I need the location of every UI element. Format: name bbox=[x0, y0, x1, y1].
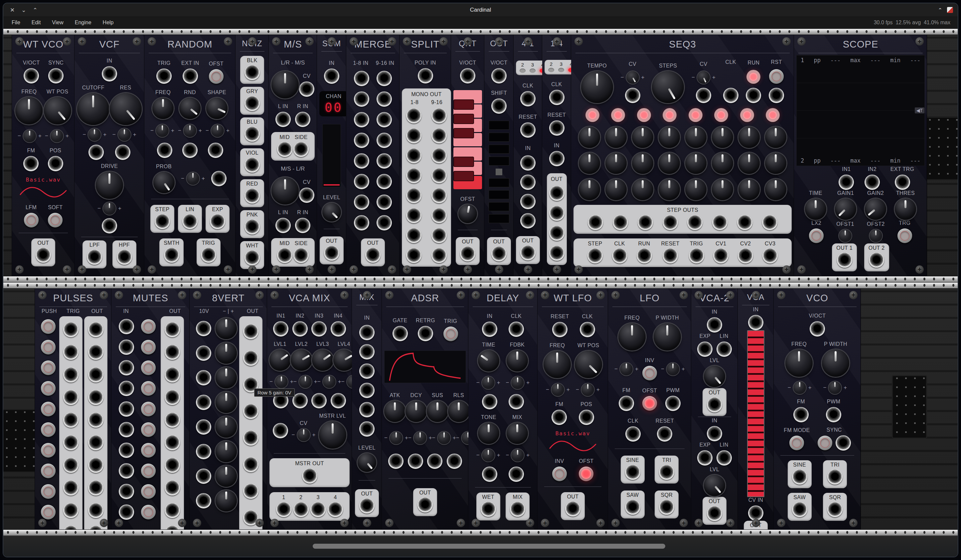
octave-selector-handle[interactable] bbox=[496, 168, 502, 175]
port-trig[interactable] bbox=[156, 69, 172, 84]
port-blu[interactable] bbox=[244, 126, 260, 142]
octave-bar[interactable] bbox=[489, 202, 509, 211]
knob-x[interactable] bbox=[712, 152, 733, 174]
port-l-in[interactable] bbox=[275, 218, 291, 233]
port[interactable] bbox=[376, 174, 392, 189]
knob-dcy[interactable] bbox=[405, 401, 427, 422]
push-button[interactable] bbox=[141, 340, 156, 355]
port-trig[interactable] bbox=[201, 247, 216, 263]
port-in[interactable] bbox=[707, 426, 722, 441]
port[interactable] bbox=[431, 188, 447, 203]
port[interactable] bbox=[165, 503, 180, 518]
port[interactable] bbox=[354, 71, 369, 86]
trim-knob[interactable] bbox=[51, 130, 63, 142]
push-button[interactable] bbox=[41, 443, 56, 457]
port-x[interactable] bbox=[625, 88, 640, 103]
port-in1[interactable] bbox=[839, 175, 854, 190]
port-poly-in[interactable] bbox=[418, 68, 433, 83]
port-sync[interactable] bbox=[48, 68, 64, 83]
port-x[interactable] bbox=[388, 454, 403, 469]
knob-freq[interactable] bbox=[543, 351, 571, 378]
knob-lvl2[interactable] bbox=[291, 350, 312, 371]
trim-knob[interactable] bbox=[186, 172, 199, 185]
port[interactable] bbox=[119, 463, 134, 478]
trim-knob[interactable] bbox=[299, 375, 312, 388]
port-x[interactable] bbox=[723, 88, 738, 103]
port-v-oct[interactable] bbox=[460, 68, 475, 83]
port[interactable] bbox=[354, 112, 369, 127]
port-fm[interactable] bbox=[551, 410, 567, 425]
trim-knob[interactable] bbox=[88, 128, 101, 141]
knob-level[interactable] bbox=[322, 203, 341, 221]
port[interactable] bbox=[376, 153, 392, 168]
port-clk[interactable] bbox=[612, 248, 627, 263]
port-x[interactable] bbox=[482, 467, 497, 482]
menu-help[interactable]: Help bbox=[97, 19, 119, 26]
trim-knob[interactable] bbox=[511, 376, 524, 389]
port[interactable] bbox=[165, 525, 180, 530]
port[interactable] bbox=[119, 340, 134, 355]
push-button[interactable] bbox=[41, 340, 56, 355]
shade-icon[interactable]: ⌃ bbox=[938, 7, 942, 13]
port[interactable] bbox=[354, 174, 369, 189]
port[interactable] bbox=[196, 321, 211, 336]
led-button[interactable] bbox=[689, 108, 702, 122]
port-step[interactable] bbox=[155, 214, 170, 229]
port-blk[interactable] bbox=[244, 65, 260, 80]
port-x[interactable] bbox=[408, 454, 423, 469]
knob-level[interactable] bbox=[358, 453, 376, 472]
port-saw[interactable] bbox=[625, 499, 640, 515]
knob-x[interactable] bbox=[765, 179, 786, 200]
port[interactable] bbox=[613, 215, 628, 230]
trim-knob[interactable] bbox=[183, 124, 196, 137]
port-tri[interactable] bbox=[659, 465, 674, 480]
horizontal-scrollbar[interactable] bbox=[313, 544, 665, 549]
knob-lvl3[interactable] bbox=[312, 350, 333, 371]
knob-x[interactable] bbox=[659, 179, 680, 200]
knob-x[interactable] bbox=[685, 152, 707, 174]
port[interactable] bbox=[406, 128, 421, 143]
led-button[interactable] bbox=[663, 108, 677, 122]
button-inv[interactable] bbox=[642, 366, 657, 380]
trim-knob[interactable] bbox=[793, 382, 806, 394]
led-button[interactable] bbox=[637, 108, 651, 122]
knob-x[interactable] bbox=[738, 152, 760, 174]
push-button[interactable] bbox=[141, 381, 156, 396]
port-in[interactable] bbox=[324, 69, 339, 84]
row-gain-knob[interactable] bbox=[215, 490, 237, 512]
channel-led-2[interactable] bbox=[548, 68, 554, 72]
knob-x[interactable] bbox=[659, 152, 680, 174]
port-sine[interactable] bbox=[625, 465, 640, 480]
port-retrg[interactable] bbox=[418, 326, 433, 341]
octave-bar[interactable] bbox=[489, 190, 509, 199]
knob-x[interactable] bbox=[765, 127, 786, 148]
port[interactable] bbox=[376, 112, 392, 127]
knob-x[interactable] bbox=[738, 179, 760, 200]
port-out[interactable] bbox=[460, 246, 475, 262]
port[interactable] bbox=[165, 435, 180, 450]
octave-bar[interactable] bbox=[489, 157, 509, 165]
piano-key-black[interactable] bbox=[453, 171, 474, 181]
port-exp[interactable] bbox=[697, 342, 712, 357]
port-out[interactable] bbox=[549, 225, 564, 241]
knob-x[interactable] bbox=[685, 127, 707, 148]
port[interactable] bbox=[63, 322, 79, 337]
port-mid[interactable] bbox=[277, 248, 292, 263]
trim-knob[interactable] bbox=[511, 449, 524, 462]
port[interactable] bbox=[165, 322, 180, 337]
octave-bar[interactable] bbox=[489, 121, 509, 130]
trim-knob[interactable] bbox=[156, 124, 169, 137]
port-x[interactable] bbox=[427, 454, 442, 469]
trim-knob[interactable] bbox=[626, 71, 639, 84]
port-x[interactable] bbox=[182, 143, 198, 158]
push-button[interactable] bbox=[141, 484, 156, 499]
port[interactable] bbox=[88, 435, 103, 450]
port-r-in[interactable] bbox=[295, 218, 310, 233]
button-lx2[interactable] bbox=[809, 228, 824, 243]
push-button[interactable] bbox=[141, 464, 156, 478]
push-button[interactable] bbox=[41, 422, 56, 437]
knob-shape[interactable] bbox=[206, 98, 228, 119]
port-x[interactable] bbox=[746, 88, 761, 103]
menu-view[interactable]: View bbox=[46, 19, 69, 26]
port-x[interactable] bbox=[520, 175, 535, 190]
